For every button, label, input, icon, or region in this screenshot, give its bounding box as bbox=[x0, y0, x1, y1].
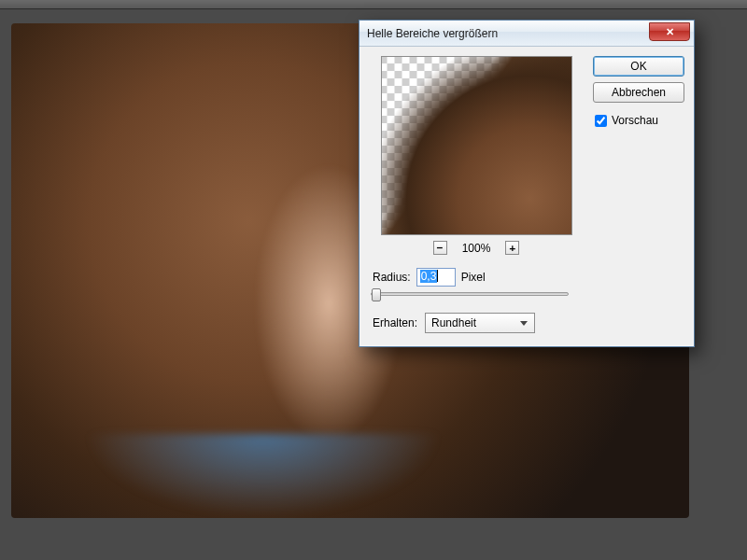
cancel-button-label: Abbrechen bbox=[612, 86, 666, 99]
zoom-in-button[interactable]: + bbox=[505, 241, 519, 255]
preserve-dropdown[interactable]: Rundheit bbox=[425, 313, 535, 333]
filter-preview-thumbnail[interactable] bbox=[381, 56, 572, 235]
dialog-title: Helle Bereiche vergrößern bbox=[367, 27, 498, 40]
maximum-filter-dialog: Helle Bereiche vergrößern ✕ − 100% + Rad… bbox=[359, 20, 695, 347]
dialog-body: − 100% + Radius: 0,3 Pixel Erhalten: bbox=[359, 47, 694, 346]
radius-row: Radius: 0,3 Pixel bbox=[373, 268, 584, 287]
radius-input[interactable]: 0,3 bbox=[416, 268, 456, 287]
ok-button[interactable]: OK bbox=[593, 56, 684, 77]
plus-icon: + bbox=[510, 243, 516, 253]
preserve-row: Erhalten: Rundheit bbox=[373, 313, 584, 333]
zoom-out-button[interactable]: − bbox=[433, 241, 447, 255]
zoom-percent-label: 100% bbox=[462, 242, 491, 255]
radius-unit-label: Pixel bbox=[461, 271, 486, 284]
preview-zoom-controls: − 100% + bbox=[369, 241, 584, 255]
preview-checkbox-row: Vorschau bbox=[593, 114, 684, 127]
app-options-bar bbox=[0, 0, 747, 9]
cancel-button[interactable]: Abbrechen bbox=[593, 82, 684, 103]
preview-checkbox-label[interactable]: Vorschau bbox=[612, 114, 658, 127]
dialog-left-column: − 100% + Radius: 0,3 Pixel Erhalten: bbox=[369, 56, 584, 333]
preserve-label: Erhalten: bbox=[373, 316, 417, 329]
slider-thumb[interactable] bbox=[372, 288, 381, 301]
dialog-titlebar[interactable]: Helle Bereiche vergrößern ✕ bbox=[359, 21, 694, 47]
window-close-button[interactable]: ✕ bbox=[649, 22, 690, 41]
slider-track bbox=[371, 292, 569, 296]
close-icon: ✕ bbox=[666, 26, 674, 38]
preserve-selected-value: Rundheit bbox=[431, 316, 476, 329]
preview-checkbox[interactable] bbox=[595, 115, 607, 127]
radius-slider[interactable] bbox=[371, 292, 569, 296]
radius-label: Radius: bbox=[373, 271, 411, 284]
dialog-right-column: OK Abbrechen Vorschau bbox=[593, 56, 684, 333]
minus-icon: − bbox=[437, 243, 444, 253]
ok-button-label: OK bbox=[630, 60, 646, 73]
